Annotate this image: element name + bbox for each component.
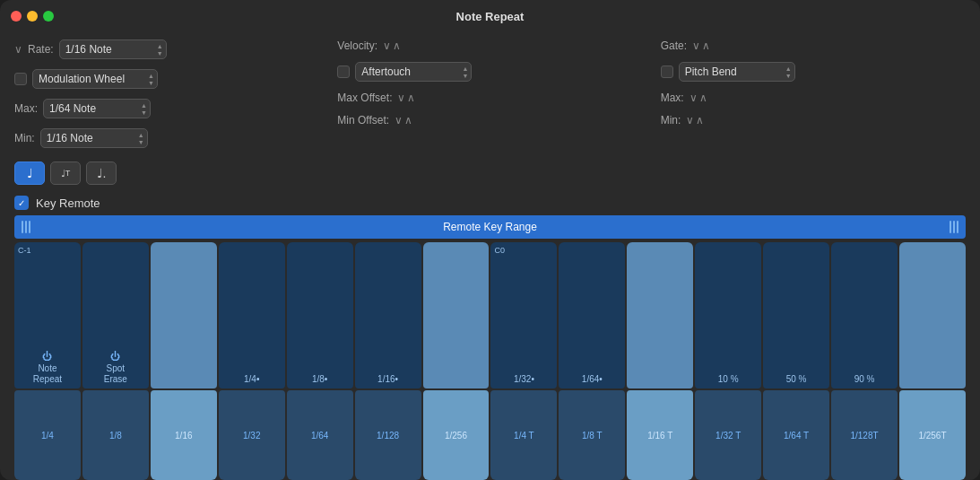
key-bottom-3[interactable]: 1/32 (219, 390, 285, 480)
gate-min-chevrons[interactable]: ∨ ∧ (686, 114, 704, 127)
aftertouch-dropdown[interactable]: Aftertouch ▲ ▼ (355, 62, 472, 82)
key-bottom-9[interactable]: 1/16 T (627, 390, 693, 480)
gate-max-down[interactable]: ∨ (689, 92, 698, 104)
key-top-5[interactable]: 1/16• (355, 242, 421, 388)
gate-up[interactable]: ∧ (702, 39, 710, 52)
pitch-bend-stepper[interactable]: ▲ ▼ (783, 65, 794, 79)
note-btn-dotted[interactable]: ♩. (86, 161, 117, 185)
min-offset-down[interactable]: ∨ (395, 114, 403, 127)
min-stepper[interactable]: ▲ ▼ (135, 132, 147, 145)
rate-stepper[interactable]: ▲ ▼ (154, 43, 166, 57)
key-bottom-6[interactable]: 1/256 (423, 390, 490, 480)
key-group-6[interactable]: 1/256 (423, 242, 490, 480)
key-top-10[interactable]: 10 % (695, 242, 761, 388)
gate-min-down[interactable]: ∨ (686, 114, 694, 127)
close-button[interactable] (11, 11, 22, 22)
key-bottom-10[interactable]: 1/32 T (695, 390, 761, 480)
key-group-2[interactable]: 1/16 (151, 242, 217, 480)
max-dropdown[interactable]: 1/64 Note ▲ ▼ (43, 99, 151, 118)
aftertouch-down[interactable]: ▼ (462, 73, 468, 79)
aftertouch-checkbox[interactable] (337, 65, 350, 78)
gate-chevrons[interactable]: ∨ ∧ (692, 39, 710, 52)
key-top-13[interactable] (899, 242, 966, 388)
rate-chevron[interactable]: ∨ (14, 43, 22, 56)
key-bottom-12[interactable]: 1/128T (831, 390, 898, 480)
max-up[interactable]: ▲ (141, 102, 147, 109)
aftertouch-up[interactable]: ▲ (462, 65, 468, 72)
range-handle-left[interactable] (22, 221, 30, 233)
velocity-down[interactable]: ∨ (383, 39, 391, 52)
rate-down[interactable]: ▼ (157, 50, 163, 57)
min-up[interactable]: ▲ (138, 132, 144, 138)
key-bottom-8[interactable]: 1/8 T (559, 390, 625, 480)
key-group-8[interactable]: 1/64•1/8 T (559, 242, 625, 480)
key-bottom-1[interactable]: 1/8 (82, 390, 149, 480)
velocity-chevrons[interactable]: ∨ ∧ (383, 39, 401, 52)
key-top-9[interactable] (627, 242, 693, 388)
key-top-0[interactable]: C-1⏻NoteRepeat (14, 242, 81, 388)
range-handle-right[interactable] (950, 221, 958, 233)
mod-wheel-dropdown[interactable]: Modulation Wheel ▲ ▼ (32, 69, 158, 89)
key-bottom-7[interactable]: 1/4 T (490, 390, 557, 480)
key-group-13[interactable]: 1/256T (899, 242, 966, 480)
key-remote-checkbox[interactable]: ✓ (14, 196, 29, 210)
key-group-4[interactable]: 1/8•1/64 (287, 242, 353, 480)
gate-down[interactable]: ∨ (692, 39, 700, 52)
pitch-bend-dropdown[interactable]: Pitch Bend ▲ ▼ (679, 62, 795, 82)
key-top-12[interactable]: 90 % (831, 242, 898, 388)
key-group-7[interactable]: C01/32•1/4 T (490, 242, 557, 480)
key-bottom-2[interactable]: 1/16 (151, 390, 217, 480)
key-top-3[interactable]: 1/4• (219, 242, 285, 388)
key-top-1[interactable]: ⏻SpotErase (82, 242, 149, 388)
key-group-5[interactable]: 1/16•1/128 (355, 242, 421, 480)
gate-max-up[interactable]: ∧ (699, 92, 707, 104)
gate-max-chevrons[interactable]: ∨ ∧ (689, 92, 707, 104)
pitch-bend-down[interactable]: ▼ (785, 73, 792, 79)
mod-wheel-down[interactable]: ▼ (148, 80, 154, 86)
range-bar[interactable]: Remote Key Range (14, 215, 966, 239)
max-offset-down[interactable]: ∨ (397, 92, 405, 104)
max-stepper[interactable]: ▲ ▼ (138, 102, 150, 116)
key-top-2[interactable] (151, 242, 217, 388)
bottom-label-12: 1/128T (850, 431, 878, 441)
key-bottom-5[interactable]: 1/128 (355, 390, 421, 480)
key-top-11[interactable]: 50 % (763, 242, 829, 388)
max-down[interactable]: ▼ (141, 109, 147, 116)
key-top-4[interactable]: 1/8• (287, 242, 353, 388)
key-group-10[interactable]: 10 %1/32 T (695, 242, 761, 480)
pitch-bend-up[interactable]: ▲ (785, 65, 792, 72)
min-offset-chevrons[interactable]: ∨ ∧ (395, 114, 412, 127)
mod-wheel-checkbox[interactable] (14, 73, 27, 85)
gate-min-up[interactable]: ∧ (696, 114, 704, 127)
key-group-3[interactable]: 1/4•1/32 (219, 242, 285, 480)
mod-wheel-stepper[interactable]: ▲ ▼ (145, 73, 157, 86)
key-top-7[interactable]: C01/32• (490, 242, 557, 388)
rate-up[interactable]: ▲ (157, 43, 163, 49)
max-offset-chevrons[interactable]: ∨ ∧ (397, 92, 415, 104)
aftertouch-stepper[interactable]: ▲ ▼ (459, 65, 471, 79)
velocity-up[interactable]: ∧ (393, 39, 401, 52)
max-offset-up[interactable]: ∧ (407, 92, 415, 104)
pitch-bend-checkbox[interactable] (661, 65, 673, 78)
key-group-0[interactable]: C-1⏻NoteRepeat1/4 (14, 242, 81, 480)
mod-wheel-up[interactable]: ▲ (148, 73, 154, 79)
key-bottom-0[interactable]: 1/4 (14, 390, 81, 480)
minimize-button[interactable] (27, 11, 38, 22)
note-btn-triplet[interactable]: ♩T (50, 161, 81, 185)
key-top-6[interactable] (423, 242, 490, 388)
note-btn-quarter[interactable]: ♩ (14, 161, 45, 185)
rate-dropdown[interactable]: 1/16 Note ▲ ▼ (59, 39, 167, 59)
min-dropdown[interactable]: 1/16 Note ▲ ▼ (40, 128, 148, 148)
key-top-8[interactable]: 1/64• (559, 242, 625, 388)
min-offset-up[interactable]: ∧ (404, 114, 412, 127)
key-group-9[interactable]: 1/16 T (627, 242, 693, 480)
key-group-1[interactable]: ⏻SpotErase1/8 (82, 242, 149, 480)
bottom-label-9: 1/16 T (647, 431, 672, 441)
maximize-button[interactable] (43, 11, 54, 22)
key-bottom-11[interactable]: 1/64 T (763, 390, 829, 480)
key-group-11[interactable]: 50 %1/64 T (763, 242, 829, 480)
key-bottom-13[interactable]: 1/256T (899, 390, 966, 480)
min-down[interactable]: ▼ (138, 139, 144, 145)
key-group-12[interactable]: 90 %1/128T (831, 242, 898, 480)
key-bottom-4[interactable]: 1/64 (287, 390, 353, 480)
